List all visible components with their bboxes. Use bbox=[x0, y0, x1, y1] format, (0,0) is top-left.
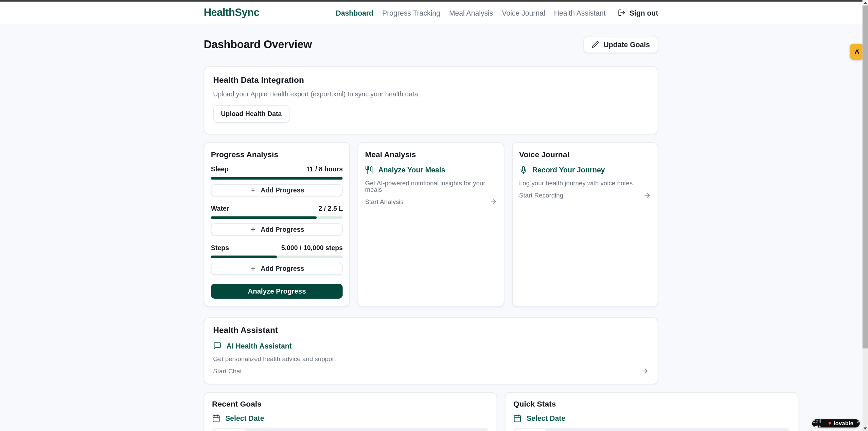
health-data-integration-card: Health Data Integration Upload your Appl… bbox=[204, 67, 658, 134]
tab-sat-feb-1[interactable]: Sat, Feb 1 bbox=[282, 429, 320, 431]
tab-tue-jan-28[interactable]: Tue, Jan 28 bbox=[747, 429, 789, 431]
quick-stats-card: Quick Stats Select Date Today Yesterday … bbox=[505, 392, 798, 431]
tab-wed-jan-29[interactable]: Wed, Jan 29 bbox=[703, 429, 747, 431]
start-chat-label: Start Chat bbox=[213, 368, 242, 375]
scrollbar-down-arrow[interactable] bbox=[862, 426, 868, 431]
ai-health-assistant-link[interactable]: AI Health Assistant bbox=[213, 342, 649, 350]
health-assistant-description: Get personalized health advice and suppo… bbox=[213, 356, 649, 362]
health-assistant-title: Health Assistant bbox=[213, 325, 649, 335]
add-progress-label: Add Progress bbox=[261, 186, 304, 194]
metric-steps: Steps 5,000 / 10,000 steps Add Progress bbox=[211, 244, 343, 275]
analyze-your-meals-link[interactable]: Analyze Your Meals bbox=[365, 166, 497, 174]
quick-stats-date-tabs: Today Yesterday Sat, Feb 1 Fri, Jan 31 T… bbox=[513, 428, 790, 431]
tab-thu-jan-30[interactable]: Thu, Jan 30 bbox=[660, 429, 703, 431]
microphone-icon bbox=[519, 166, 527, 174]
scrollbar-up-arrow[interactable] bbox=[862, 0, 868, 5]
nav-dashboard[interactable]: Dashboard bbox=[336, 8, 373, 17]
select-date-label: Select Date bbox=[225, 414, 264, 422]
add-progress-sleep-button[interactable]: Add Progress bbox=[211, 184, 343, 196]
analyze-progress-button[interactable]: Analyze Progress bbox=[211, 284, 343, 299]
add-progress-label: Add Progress bbox=[261, 226, 304, 233]
nav-health-assistant[interactable]: Health Assistant bbox=[554, 8, 606, 17]
record-your-journey-link[interactable]: Record Your Journey bbox=[519, 166, 651, 174]
edit-badge-prefix: Edit with bbox=[812, 417, 826, 429]
scrollbar-thumb[interactable] bbox=[862, 5, 868, 348]
plus-icon bbox=[250, 265, 256, 272]
add-progress-water-button[interactable]: Add Progress bbox=[211, 223, 343, 236]
tab-fri-jan-31[interactable]: Fri, Jan 31 bbox=[320, 429, 359, 431]
start-chat-link[interactable]: Start Chat bbox=[213, 367, 649, 375]
amber-a-logo-icon bbox=[853, 48, 861, 56]
health-assistant-card: Health Assistant AI Health Assistant Get… bbox=[204, 317, 658, 384]
arrow-right-icon bbox=[489, 198, 497, 206]
chat-bubble-icon bbox=[213, 342, 221, 350]
start-analysis-link[interactable]: Start Analysis bbox=[365, 198, 497, 206]
tab-yesterday[interactable]: Yesterday bbox=[246, 429, 282, 431]
tab-yesterday[interactable]: Yesterday bbox=[547, 429, 584, 431]
nav-progress-tracking[interactable]: Progress Tracking bbox=[382, 8, 440, 17]
recent-goals-select-date[interactable]: Select Date bbox=[212, 414, 489, 422]
tab-today[interactable]: Today bbox=[515, 429, 547, 431]
calendar-icon bbox=[513, 414, 521, 422]
recent-goals-title: Recent Goals bbox=[212, 399, 489, 408]
nav-voice-journal[interactable]: Voice Journal bbox=[502, 8, 545, 17]
plus-icon bbox=[250, 187, 256, 194]
water-progress-bar bbox=[211, 216, 343, 219]
tab-fri-jan-31[interactable]: Fri, Jan 31 bbox=[622, 429, 660, 431]
heart-icon: ♥ bbox=[828, 420, 832, 426]
sign-out-button[interactable]: Sign out bbox=[618, 8, 658, 17]
meal-analysis-title: Meal Analysis bbox=[365, 150, 497, 159]
page: HealthSync Dashboard Progress Tracking M… bbox=[0, 0, 868, 431]
app-logo: HealthSync bbox=[204, 7, 260, 19]
tab-wed-jan-29[interactable]: Wed, Jan 29 bbox=[401, 429, 445, 431]
amber-widget-button[interactable] bbox=[850, 44, 864, 60]
page-title: Dashboard Overview bbox=[204, 38, 312, 51]
arrow-right-icon bbox=[641, 367, 649, 375]
meal-analysis-card: Meal Analysis Analyze Your Meals Get AI-… bbox=[358, 142, 504, 307]
browser-viewport: HealthSync Dashboard Progress Tracking M… bbox=[0, 0, 868, 431]
metric-water-value: 2 / 2.5 L bbox=[318, 205, 343, 212]
select-date-label: Select Date bbox=[527, 414, 565, 422]
metric-water: Water 2 / 2.5 L Add Progress bbox=[211, 205, 343, 236]
health-data-title: Health Data Integration bbox=[213, 75, 649, 85]
add-progress-label: Add Progress bbox=[261, 265, 304, 273]
metric-sleep-label: Sleep bbox=[211, 165, 229, 173]
logout-icon bbox=[618, 9, 626, 17]
health-data-description: Upload your Apple Health export (export.… bbox=[213, 90, 649, 98]
recent-goals-card: Recent Goals Select Date Today Yesterday… bbox=[204, 392, 497, 431]
badge-close-icon[interactable]: × bbox=[857, 419, 860, 424]
voice-journal-description: Log your health journey with voice notes bbox=[519, 180, 651, 187]
tab-today[interactable]: Today bbox=[214, 429, 246, 431]
ai-health-assistant-label: AI Health Assistant bbox=[226, 342, 291, 350]
edit-with-lovable-badge[interactable]: Edit with ♥ lovable × bbox=[812, 419, 860, 427]
voice-journal-title: Voice Journal bbox=[519, 150, 651, 159]
plus-icon bbox=[250, 226, 256, 233]
voice-journal-card: Voice Journal Record Your Journey Log yo… bbox=[512, 142, 658, 307]
metric-sleep: Sleep 11 / 8 hours Add Progress bbox=[211, 165, 343, 196]
metric-sleep-value: 11 / 8 hours bbox=[306, 165, 343, 173]
update-goals-button[interactable]: Update Goals bbox=[584, 36, 658, 53]
steps-progress-bar bbox=[211, 256, 343, 258]
metric-steps-value: 5,000 / 10,000 steps bbox=[281, 244, 343, 252]
recent-goals-date-tabs: Today Yesterday Sat, Feb 1 Fri, Jan 31 T… bbox=[212, 428, 489, 431]
start-recording-link[interactable]: Start Recording bbox=[519, 191, 651, 199]
upload-health-data-button[interactable]: Upload Health Data bbox=[213, 105, 289, 123]
scrollbar[interactable] bbox=[862, 0, 868, 431]
start-recording-label: Start Recording bbox=[519, 192, 563, 199]
nav-meal-analysis[interactable]: Meal Analysis bbox=[449, 8, 493, 17]
add-progress-steps-button[interactable]: Add Progress bbox=[211, 263, 343, 275]
pencil-icon bbox=[592, 41, 599, 48]
tab-thu-jan-30[interactable]: Thu, Jan 30 bbox=[359, 429, 401, 431]
tab-sat-feb-1[interactable]: Sat, Feb 1 bbox=[584, 429, 622, 431]
sign-out-label: Sign out bbox=[630, 8, 658, 17]
quick-stats-title: Quick Stats bbox=[513, 399, 790, 408]
record-your-journey-label: Record Your Journey bbox=[532, 166, 605, 174]
edit-badge-brand: lovable bbox=[834, 420, 853, 426]
calendar-icon bbox=[212, 414, 220, 422]
tab-tue-jan-28[interactable]: Tue, Jan 28 bbox=[445, 429, 487, 431]
quick-stats-select-date[interactable]: Select Date bbox=[513, 414, 790, 422]
utensils-icon bbox=[365, 166, 373, 174]
sleep-progress-bar bbox=[211, 177, 343, 180]
app-header: HealthSync Dashboard Progress Tracking M… bbox=[0, 2, 868, 24]
update-goals-label: Update Goals bbox=[603, 40, 650, 49]
